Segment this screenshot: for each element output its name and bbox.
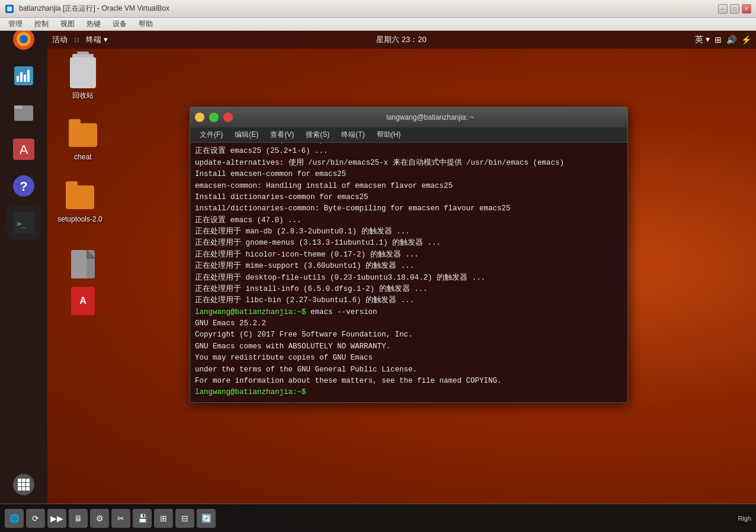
taskbar-icon-7[interactable]: ⊞ — [154, 509, 173, 528]
taskbar-icon-0[interactable]: 🌐 — [5, 509, 24, 528]
svg-rect-23 — [22, 483, 25, 486]
trash-label: 回收站 — [72, 91, 94, 101]
svg-rect-6 — [17, 76, 19, 82]
vm-volume-icon[interactable]: 🔊 — [726, 35, 736, 44]
sidebar-icon-help[interactable]: ? — [7, 169, 40, 203]
svg-rect-27 — [26, 487, 30, 491]
svg-rect-25 — [18, 487, 21, 491]
taskbar-icon-9[interactable]: 🔄 — [197, 509, 216, 528]
vbox-menu-help[interactable]: 帮助 — [133, 18, 159, 30]
taskbar: 🌐 ⟳ ▶▶ 🖥 ⚙ ✂ 💾 ⊞ ⊟ 🔄 Righ — [0, 504, 756, 532]
terminal-menu-terminal[interactable]: 终端(T) — [337, 129, 369, 141]
setuptools-icon — [63, 181, 97, 214]
vbox-menu-devices[interactable]: 设备 — [107, 18, 133, 30]
svg-rect-7 — [20, 72, 23, 82]
desktop-item-file1[interactable] — [59, 248, 107, 281]
terminal-minimize-button[interactable] — [195, 113, 204, 122]
taskbar-icon-2[interactable]: ▶▶ — [47, 509, 66, 528]
svg-rect-26 — [22, 487, 25, 491]
vbox-close-button[interactable]: ✕ — [742, 4, 751, 14]
taskbar-icon-3[interactable]: 🖥 — [69, 509, 88, 528]
vm-topbar: 活动 □ 终端 ▾ 星期六 23：20 英 ▾ ⊞ 🔊 ⚡ — [47, 31, 756, 49]
sidebar-icon-terminal[interactable]: >_ — [7, 206, 40, 239]
desktop-item-setuptools[interactable]: setuptools-2.0 — [56, 181, 104, 223]
svg-point-4 — [20, 35, 28, 43]
vbox-app-icon — [5, 4, 14, 14]
vbox-window-buttons: ─ □ ✕ — [718, 4, 751, 14]
file2-icon: A — [66, 284, 100, 318]
svg-text:>_: >_ — [17, 219, 26, 228]
sidebar-icon-files[interactable] — [7, 96, 40, 129]
svg-rect-1 — [7, 7, 12, 11]
svg-rect-19 — [18, 479, 21, 482]
cheat-label: cheat — [74, 153, 91, 161]
vbox-menu-view[interactable]: 视图 — [55, 18, 81, 30]
terminal-body[interactable]: 正在设置 emacs25-el (25.2+1-6) ... 正在设置 emac… — [190, 143, 627, 402]
svg-rect-24 — [26, 483, 30, 486]
vm-clock: 星期六 23：20 — [115, 34, 688, 45]
taskbar-apps: 🌐 ⟳ ▶▶ 🖥 ⚙ ✂ 💾 ⊞ ⊟ 🔄 — [5, 509, 738, 528]
vm-topbar-right: 英 ▾ ⊞ 🔊 ⚡ — [695, 34, 751, 45]
vbox-menu-control[interactable]: 控制 — [28, 18, 55, 30]
terminal-close-button[interactable] — [223, 113, 233, 122]
vm-terminal-menu[interactable]: 终端 ▾ — [86, 34, 108, 45]
vbox-restore-button[interactable]: □ — [730, 4, 739, 14]
svg-rect-11 — [14, 105, 23, 109]
terminal-title: langwang@batianzhanjia: ~ — [238, 113, 623, 121]
terminal-menubar: 文件(F) 编辑(E) 查看(V) 搜索(S) 终端(T) 帮助(H) — [190, 127, 627, 143]
vm-activities-button[interactable]: 活动 — [52, 34, 68, 45]
vbox-titlebar: batianzhanjia [正在运行] - Oracle VM Virtual… — [0, 0, 756, 18]
terminal-menu-view[interactable]: 查看(V) — [265, 129, 299, 141]
taskbar-icon-6[interactable]: 💾 — [133, 509, 152, 528]
cheat-folder-icon — [66, 118, 100, 152]
taskbar-icon-5[interactable]: ✂ — [111, 509, 130, 528]
vbox-title-text: batianzhanjia [正在运行] - Oracle VM Virtual… — [19, 4, 713, 14]
svg-text:A: A — [20, 142, 28, 157]
desktop-item-trash[interactable]: 回收站 — [59, 56, 107, 101]
taskbar-right-label: Righ — [738, 515, 751, 522]
vbox-menu-hotkey[interactable]: 热键 — [81, 18, 107, 30]
taskbar-icon-8[interactable]: ⊟ — [175, 509, 194, 528]
taskbar-icon-1[interactable]: ⟳ — [26, 509, 45, 528]
svg-rect-8 — [24, 75, 26, 82]
terminal-menu-help[interactable]: 帮助(H) — [372, 129, 406, 141]
desktop: batianzhanjia [正在运行] - Oracle VM Virtual… — [0, 0, 756, 532]
sidebar-icon-system[interactable] — [7, 59, 40, 92]
svg-rect-21 — [26, 479, 30, 482]
taskbar-icon-4[interactable]: ⚙ — [90, 509, 109, 528]
terminal-maximize-button[interactable] — [209, 113, 219, 122]
vbox-menu-manage[interactable]: 管理 — [2, 18, 28, 30]
trash-icon — [66, 56, 100, 89]
vm-topbar-separator: □ — [75, 36, 79, 44]
svg-rect-22 — [18, 483, 21, 486]
desktop-item-file2[interactable]: A — [59, 284, 107, 318]
svg-rect-29 — [71, 250, 87, 278]
vm-network-icon[interactable]: ⊞ — [715, 35, 722, 44]
vm-lang-button[interactable]: 英 ▾ — [695, 34, 710, 45]
terminal-menu-file[interactable]: 文件(F) — [195, 129, 228, 141]
terminal-titlebar: langwang@batianzhanjia: ~ — [190, 107, 627, 127]
svg-text:?: ? — [20, 179, 27, 194]
desktop-item-cheat[interactable]: cheat — [59, 118, 107, 161]
sidebar-icon-settings[interactable]: A — [7, 133, 40, 166]
terminal-menu-search[interactable]: 搜索(S) — [301, 129, 334, 141]
setuptools-label: setuptools-2.0 — [57, 215, 102, 223]
svg-rect-9 — [27, 70, 30, 82]
vbox-menubar: 管理 控制 视图 热键 设备 帮助 — [0, 18, 756, 31]
unity-sidebar: A ? >_ — [0, 18, 47, 504]
terminal-window: langwang@batianzhanjia: ~ 文件(F) 编辑(E) 查看… — [190, 107, 628, 403]
file1-icon — [66, 248, 100, 281]
vbox-minimize-button[interactable]: ─ — [718, 4, 728, 14]
sidebar-icon-apps[interactable] — [7, 468, 40, 501]
svg-rect-20 — [22, 479, 25, 482]
terminal-menu-edit[interactable]: 编辑(E) — [230, 129, 263, 141]
vm-power-icon[interactable]: ⚡ — [741, 35, 751, 44]
